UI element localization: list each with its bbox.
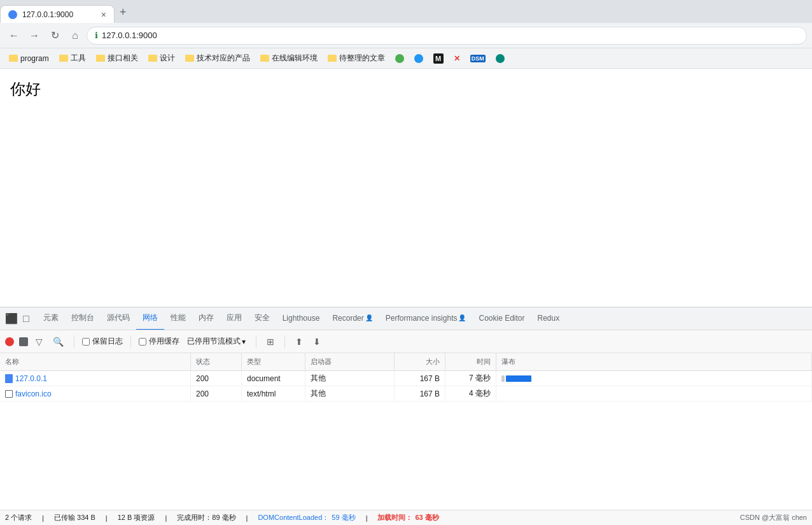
tab-console[interactable]: 控制台 — [65, 307, 101, 330]
address-text: 127.0.0.1:9000 — [102, 31, 157, 40]
folder-icon — [185, 55, 194, 62]
filter-button[interactable]: ▽ — [33, 335, 45, 348]
bookmark-tools[interactable]: 工具 — [55, 52, 90, 65]
device-toggle-button[interactable]: □ — [20, 312, 32, 326]
file-img-icon — [5, 390, 13, 398]
network-table: 名称 状态 类型 启动器 大小 时间 瀑布 127.0.0.1 200 docu… — [0, 353, 812, 510]
wifi-icon[interactable]: ⊞ — [264, 335, 277, 348]
bookmark-m-icon: M — [433, 53, 444, 64]
recorder-user-icon: 👤 — [365, 314, 373, 321]
bookmark-icon-x[interactable]: ✕ — [450, 53, 464, 64]
devtools-status-bar: 2 个请求 | 已传输 334 B | 12 B 项资源 | 完成用时：89 毫… — [0, 510, 812, 525]
search-button[interactable]: 🔍 — [50, 335, 66, 348]
status-separator-2: | — [106, 514, 108, 522]
status-separator-5: | — [366, 514, 368, 522]
inspect-element-button[interactable]: ⬛ — [3, 311, 20, 326]
tab-sources[interactable]: 源代码 — [101, 307, 136, 330]
cell-waterfall-1 — [496, 371, 812, 386]
tab-performance[interactable]: 性能 — [164, 307, 192, 330]
import-har-button[interactable]: ⬆ — [293, 335, 305, 348]
tab-close-button[interactable]: × — [101, 10, 106, 20]
refresh-button[interactable]: ↻ — [46, 27, 64, 45]
tab-cookie-editor[interactable]: Cookie Editor — [472, 307, 531, 330]
back-button[interactable]: ← — [5, 27, 23, 45]
bookmark-api[interactable]: 接口相关 — [92, 52, 142, 65]
export-har-button[interactable]: ⬇ — [311, 335, 323, 348]
row1-size: 167 B — [420, 374, 440, 383]
table-row[interactable]: 127.0.0.1 200 document 其他 167 B 7 毫秒 — [0, 371, 812, 386]
table-row[interactable]: favicon.ico 200 text/html 其他 167 B 4 毫秒 — [0, 386, 812, 402]
row2-time: 4 毫秒 — [469, 388, 491, 399]
folder-icon — [328, 55, 337, 62]
tab-application[interactable]: 应用 — [220, 307, 248, 330]
dom-label: DOMContentLoaded： — [258, 513, 329, 522]
bookmark-icon-m[interactable]: M — [430, 52, 447, 65]
bookmark-articles[interactable]: 待整理的文章 — [324, 52, 389, 65]
page-content: 你好 — [0, 69, 812, 307]
tab-redux[interactable]: Redux — [531, 307, 566, 330]
devtools-panel: ⬛ □ 元素 控制台 源代码 网络 性能 内存 应用 — [0, 307, 812, 525]
preserve-log-input[interactable] — [82, 338, 90, 346]
row2-size: 167 B — [420, 389, 440, 398]
bookmark-icon-blue[interactable] — [410, 53, 427, 64]
bookmark-icon-teal[interactable] — [492, 53, 508, 64]
cell-type-1: document — [242, 371, 305, 386]
cell-size-2: 167 B — [395, 386, 445, 401]
active-tab[interactable]: 127.0.0.1:9000 × — [0, 5, 115, 23]
throttle-dropdown[interactable]: 已停用节流模式 ▾ — [185, 335, 248, 348]
toolbar-separator-3 — [256, 335, 256, 348]
bookmark-circle-icon — [414, 54, 423, 63]
nav-bar: ← → ↻ ⌂ ℹ 127.0.0.1:9000 — [0, 23, 812, 48]
bookmark-x-icon: ✕ — [454, 54, 460, 63]
devtools-tab-bar: ⬛ □ 元素 控制台 源代码 网络 性能 内存 应用 — [0, 307, 812, 330]
tab-favicon — [8, 10, 17, 19]
bookmark-label: 在线编辑环境 — [272, 53, 318, 64]
forward-button[interactable]: → — [25, 27, 43, 45]
cell-size-1: 167 B — [395, 371, 445, 386]
record-button[interactable] — [5, 337, 14, 346]
new-tab-button[interactable]: + — [115, 3, 132, 22]
tab-security[interactable]: 安全 — [248, 307, 276, 330]
tab-sources-label: 源代码 — [107, 312, 130, 323]
tab-lighthouse[interactable]: Lighthouse — [276, 307, 326, 330]
folder-icon — [260, 55, 269, 62]
tab-performance-insights[interactable]: Performance insights 👤 — [379, 307, 473, 330]
bookmark-icon-green[interactable] — [391, 53, 408, 64]
bookmark-design[interactable]: 设计 — [144, 52, 179, 65]
tab-lighthouse-label: Lighthouse — [283, 314, 320, 323]
tab-memory[interactable]: 内存 — [192, 307, 220, 330]
row1-type: document — [247, 374, 281, 383]
network-toolbar: ▽ 🔍 保留日志 停用缓存 已停用节流模式 ▾ ⊞ ⬆ ⬇ — [0, 330, 812, 353]
folder-icon — [9, 55, 18, 62]
toolbar-separator-1 — [74, 335, 74, 348]
waterfall-bar-1 — [506, 375, 531, 382]
tab-memory-label: 内存 — [199, 312, 214, 323]
row2-status: 200 — [196, 389, 209, 398]
bookmark-label: 设计 — [160, 53, 175, 64]
folder-icon — [148, 55, 157, 62]
tab-network[interactable]: 网络 — [136, 307, 164, 330]
bookmark-circle-icon — [395, 54, 404, 63]
tab-elements[interactable]: 元素 — [37, 307, 65, 330]
tab-application-label: 应用 — [227, 312, 242, 323]
tab-performance-insights-label: Performance insights — [386, 314, 458, 323]
row1-time: 7 毫秒 — [469, 373, 491, 384]
disable-cache-input[interactable] — [139, 338, 146, 346]
preserve-log-checkbox[interactable]: 保留日志 — [82, 336, 123, 347]
tab-recorder[interactable]: Recorder 👤 — [326, 307, 379, 330]
bookmark-icon-dsm[interactable]: DSM — [466, 53, 489, 64]
bookmark-program[interactable]: program — [5, 53, 53, 64]
disable-cache-checkbox[interactable]: 停用缓存 — [139, 336, 179, 347]
waterfall-queued-1 — [501, 375, 505, 382]
bookmark-tech[interactable]: 技术对应的产品 — [181, 52, 254, 65]
row1-name: 127.0.0.1 — [15, 374, 47, 383]
row2-name: favicon.ico — [15, 389, 52, 398]
bookmark-editor[interactable]: 在线编辑环境 — [256, 52, 321, 65]
home-button[interactable]: ⌂ — [66, 27, 84, 45]
waterfall-bar-container-1 — [501, 371, 806, 386]
header-waterfall: 瀑布 — [496, 353, 812, 370]
row2-initiator: 其他 — [311, 388, 326, 399]
block-requests-button[interactable] — [19, 337, 28, 346]
finish-time: 完成用时：89 毫秒 — [177, 513, 235, 522]
address-bar[interactable]: ℹ 127.0.0.1:9000 — [87, 27, 807, 45]
